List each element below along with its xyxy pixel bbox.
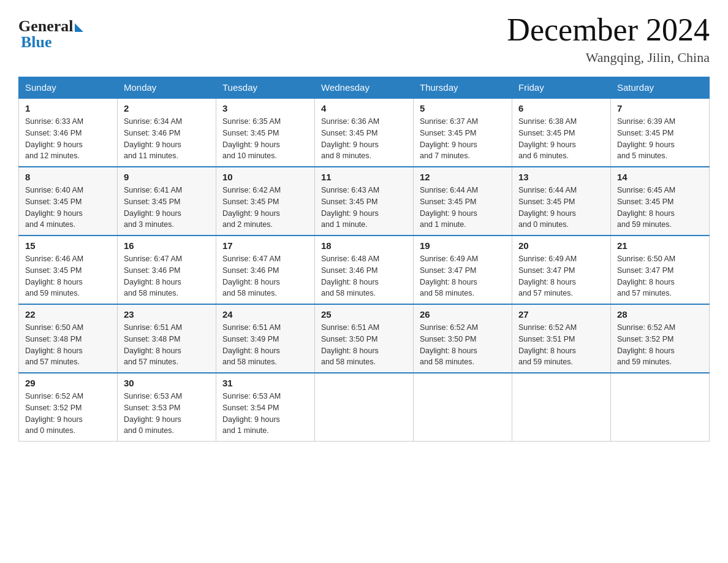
title-area: December 2024 Wangqing, Jilin, China: [507, 12, 710, 66]
calendar-cell: 18 Sunrise: 6:48 AMSunset: 3:46 PMDaylig…: [315, 236, 414, 304]
calendar-cell: 15 Sunrise: 6:46 AMSunset: 3:45 PMDaylig…: [19, 236, 118, 304]
calendar-cell: 22 Sunrise: 6:50 AMSunset: 3:48 PMDaylig…: [19, 304, 118, 373]
calendar-cell: 6 Sunrise: 6:38 AMSunset: 3:45 PMDayligh…: [512, 98, 611, 167]
day-info: Sunrise: 6:50 AMSunset: 3:48 PMDaylight:…: [25, 322, 111, 368]
header: General Blue December 2024 Wangqing, Jil…: [18, 12, 710, 66]
day-number: 4: [321, 103, 407, 113]
day-number: 30: [124, 378, 210, 388]
calendar-cell: 21 Sunrise: 6:50 AMSunset: 3:47 PMDaylig…: [611, 236, 710, 304]
day-number: 2: [124, 103, 210, 113]
calendar-cell: 23 Sunrise: 6:51 AMSunset: 3:48 PMDaylig…: [118, 304, 216, 373]
calendar-cell: 3 Sunrise: 6:35 AMSunset: 3:45 PMDayligh…: [216, 98, 315, 167]
calendar-cell: 29 Sunrise: 6:52 AMSunset: 3:52 PMDaylig…: [19, 373, 118, 442]
day-number: 28: [617, 309, 703, 320]
calendar-cell: 5 Sunrise: 6:37 AMSunset: 3:45 PMDayligh…: [414, 98, 512, 167]
calendar-cell: 27 Sunrise: 6:52 AMSunset: 3:51 PMDaylig…: [512, 304, 611, 373]
calendar-cell: 28 Sunrise: 6:52 AMSunset: 3:52 PMDaylig…: [611, 304, 710, 373]
calendar-cell: [414, 373, 512, 442]
day-info: Sunrise: 6:35 AMSunset: 3:45 PMDaylight:…: [222, 116, 308, 162]
day-number: 3: [222, 103, 308, 113]
day-number: 8: [25, 172, 111, 182]
day-info: Sunrise: 6:37 AMSunset: 3:45 PMDaylight:…: [420, 116, 506, 162]
location-title: Wangqing, Jilin, China: [507, 50, 710, 66]
day-info: Sunrise: 6:40 AMSunset: 3:45 PMDaylight:…: [25, 185, 111, 231]
header-wednesday: Wednesday: [315, 77, 414, 99]
calendar-cell: [512, 373, 611, 442]
day-info: Sunrise: 6:43 AMSunset: 3:45 PMDaylight:…: [321, 185, 407, 231]
day-info: Sunrise: 6:53 AMSunset: 3:53 PMDaylight:…: [124, 391, 210, 437]
day-info: Sunrise: 6:42 AMSunset: 3:45 PMDaylight:…: [222, 185, 308, 231]
calendar-cell: 8 Sunrise: 6:40 AMSunset: 3:45 PMDayligh…: [19, 167, 118, 236]
day-info: Sunrise: 6:52 AMSunset: 3:52 PMDaylight:…: [25, 391, 111, 437]
day-info: Sunrise: 6:47 AMSunset: 3:46 PMDaylight:…: [124, 253, 210, 299]
month-title: December 2024: [507, 12, 710, 47]
day-info: Sunrise: 6:34 AMSunset: 3:46 PMDaylight:…: [124, 116, 210, 162]
calendar-cell: 10 Sunrise: 6:42 AMSunset: 3:45 PMDaylig…: [216, 167, 315, 236]
calendar-cell: 14 Sunrise: 6:45 AMSunset: 3:45 PMDaylig…: [611, 167, 710, 236]
day-number: 5: [420, 103, 506, 113]
calendar-cell: 26 Sunrise: 6:52 AMSunset: 3:50 PMDaylig…: [414, 304, 512, 373]
header-friday: Friday: [512, 77, 611, 99]
day-info: Sunrise: 6:41 AMSunset: 3:45 PMDaylight:…: [124, 185, 210, 231]
day-info: Sunrise: 6:52 AMSunset: 3:51 PMDaylight:…: [518, 322, 604, 368]
day-info: Sunrise: 6:52 AMSunset: 3:50 PMDaylight:…: [420, 322, 506, 368]
logo-triangle-icon: [75, 23, 83, 32]
calendar-cell: 2 Sunrise: 6:34 AMSunset: 3:46 PMDayligh…: [118, 98, 216, 167]
day-number: 10: [222, 172, 308, 182]
calendar-cell: 17 Sunrise: 6:47 AMSunset: 3:46 PMDaylig…: [216, 236, 315, 304]
day-number: 12: [420, 172, 506, 182]
week-row-4: 22 Sunrise: 6:50 AMSunset: 3:48 PMDaylig…: [19, 304, 710, 373]
logo-blue-text: Blue: [18, 33, 83, 52]
calendar-table: Sunday Monday Tuesday Wednesday Thursday…: [18, 77, 710, 442]
day-number: 20: [518, 240, 604, 251]
calendar-cell: 12 Sunrise: 6:44 AMSunset: 3:45 PMDaylig…: [414, 167, 512, 236]
week-row-2: 8 Sunrise: 6:40 AMSunset: 3:45 PMDayligh…: [19, 167, 710, 236]
day-number: 22: [25, 309, 111, 320]
calendar-cell: 7 Sunrise: 6:39 AMSunset: 3:45 PMDayligh…: [611, 98, 710, 167]
day-info: Sunrise: 6:48 AMSunset: 3:46 PMDaylight:…: [321, 253, 407, 299]
header-sunday: Sunday: [19, 77, 118, 99]
day-number: 17: [222, 240, 308, 251]
day-number: 31: [222, 378, 308, 388]
day-number: 19: [420, 240, 506, 251]
calendar-cell: 1 Sunrise: 6:33 AMSunset: 3:46 PMDayligh…: [19, 98, 118, 167]
logo: General Blue: [18, 17, 83, 52]
day-info: Sunrise: 6:39 AMSunset: 3:45 PMDaylight:…: [617, 116, 703, 162]
day-info: Sunrise: 6:51 AMSunset: 3:50 PMDaylight:…: [321, 322, 407, 368]
week-row-1: 1 Sunrise: 6:33 AMSunset: 3:46 PMDayligh…: [19, 98, 710, 167]
day-number: 7: [617, 103, 703, 113]
calendar-cell: 30 Sunrise: 6:53 AMSunset: 3:53 PMDaylig…: [118, 373, 216, 442]
calendar-cell: [611, 373, 710, 442]
day-number: 18: [321, 240, 407, 251]
calendar-cell: [315, 373, 414, 442]
day-info: Sunrise: 6:52 AMSunset: 3:52 PMDaylight:…: [617, 322, 703, 368]
day-number: 1: [25, 103, 111, 113]
day-info: Sunrise: 6:51 AMSunset: 3:49 PMDaylight:…: [222, 322, 308, 368]
day-number: 25: [321, 309, 407, 320]
header-thursday: Thursday: [414, 77, 512, 99]
header-monday: Monday: [118, 77, 216, 99]
day-info: Sunrise: 6:51 AMSunset: 3:48 PMDaylight:…: [124, 322, 210, 368]
header-saturday: Saturday: [611, 77, 710, 99]
day-info: Sunrise: 6:38 AMSunset: 3:45 PMDaylight:…: [518, 116, 604, 162]
day-info: Sunrise: 6:45 AMSunset: 3:45 PMDaylight:…: [617, 185, 703, 231]
day-info: Sunrise: 6:44 AMSunset: 3:45 PMDaylight:…: [420, 185, 506, 231]
day-info: Sunrise: 6:46 AMSunset: 3:45 PMDaylight:…: [25, 253, 111, 299]
day-number: 16: [124, 240, 210, 251]
day-number: 9: [124, 172, 210, 182]
calendar-cell: 20 Sunrise: 6:49 AMSunset: 3:47 PMDaylig…: [512, 236, 611, 304]
day-number: 21: [617, 240, 703, 251]
calendar-cell: 19 Sunrise: 6:49 AMSunset: 3:47 PMDaylig…: [414, 236, 512, 304]
day-number: 23: [124, 309, 210, 320]
calendar-cell: 31 Sunrise: 6:53 AMSunset: 3:54 PMDaylig…: [216, 373, 315, 442]
day-info: Sunrise: 6:33 AMSunset: 3:46 PMDaylight:…: [25, 116, 111, 162]
day-info: Sunrise: 6:50 AMSunset: 3:47 PMDaylight:…: [617, 253, 703, 299]
day-info: Sunrise: 6:36 AMSunset: 3:45 PMDaylight:…: [321, 116, 407, 162]
day-info: Sunrise: 6:47 AMSunset: 3:46 PMDaylight:…: [222, 253, 308, 299]
day-number: 13: [518, 172, 604, 182]
day-info: Sunrise: 6:49 AMSunset: 3:47 PMDaylight:…: [518, 253, 604, 299]
day-number: 26: [420, 309, 506, 320]
calendar-cell: 25 Sunrise: 6:51 AMSunset: 3:50 PMDaylig…: [315, 304, 414, 373]
weekday-header-row: Sunday Monday Tuesday Wednesday Thursday…: [19, 77, 710, 99]
calendar-cell: 9 Sunrise: 6:41 AMSunset: 3:45 PMDayligh…: [118, 167, 216, 236]
